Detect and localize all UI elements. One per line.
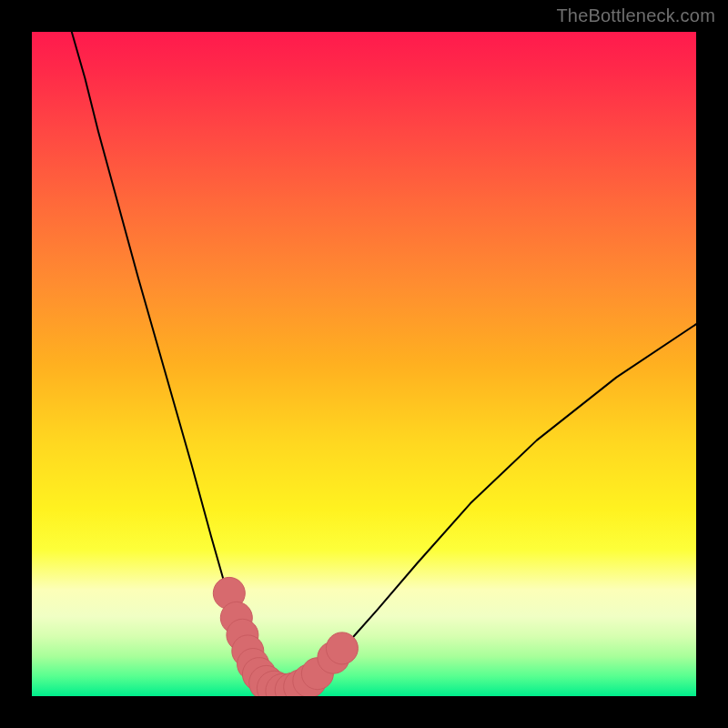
watermark-text: TheBottleneck.com <box>556 5 715 26</box>
chart-svg <box>32 32 696 696</box>
bottleneck-curve <box>72 32 696 693</box>
chart-frame: TheBottleneck.com <box>0 0 728 728</box>
plot-area <box>32 32 696 696</box>
curve-markers <box>213 577 358 696</box>
curve-marker <box>326 632 358 664</box>
